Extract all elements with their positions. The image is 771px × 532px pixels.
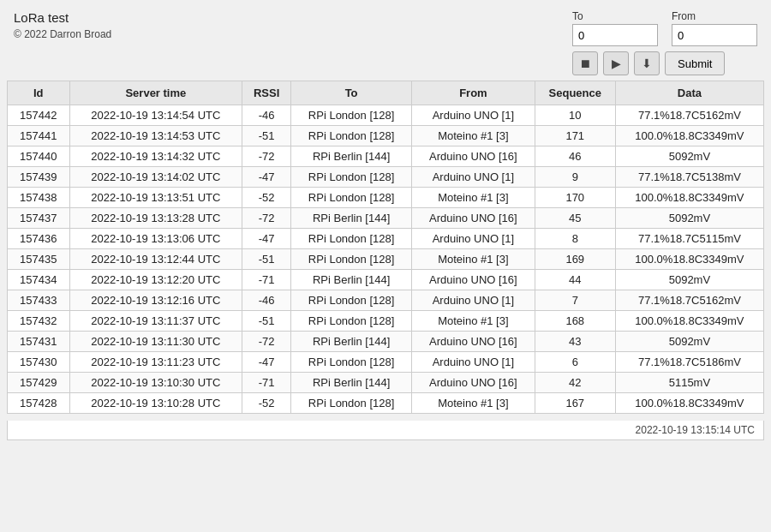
table-cell: Arduino UNO [16] bbox=[412, 373, 535, 393]
table-cell: 2022-10-19 13:13:06 UTC bbox=[69, 229, 242, 249]
table-cell: Moteino #1 [3] bbox=[412, 249, 535, 270]
table-cell: -52 bbox=[242, 188, 291, 208]
table-header: Id Server time RSSI To From Sequence Dat… bbox=[8, 81, 764, 105]
table-cell: 157439 bbox=[8, 167, 70, 188]
table-cell: -46 bbox=[242, 105, 291, 126]
header: LoRa test © 2022 Darron Broad To From ⏹ bbox=[0, 0, 771, 81]
table-cell: 5092mV bbox=[615, 208, 763, 229]
to-input[interactable] bbox=[572, 24, 658, 46]
table-cell: 2022-10-19 13:14:02 UTC bbox=[69, 167, 242, 188]
table-cell: Moteino #1 [3] bbox=[412, 126, 535, 146]
table-row: 1574352022-10-19 13:12:44 UTC-51RPi Lond… bbox=[8, 249, 764, 270]
footer-row: 2022-10-19 13:15:14 UTC bbox=[7, 421, 764, 440]
table-cell: 8 bbox=[535, 229, 615, 249]
table-cell: 157434 bbox=[8, 270, 70, 290]
play-button[interactable]: ▶ bbox=[603, 51, 629, 75]
stop-icon: ⏹ bbox=[579, 57, 591, 70]
from-label: From bbox=[672, 10, 757, 22]
table-cell: 2022-10-19 13:11:37 UTC bbox=[69, 311, 242, 332]
table-row: 1574412022-10-19 13:14:53 UTC-51RPi Lond… bbox=[8, 126, 764, 146]
submit-button[interactable]: Submit bbox=[665, 51, 725, 75]
table-cell: Arduino UNO [1] bbox=[412, 105, 535, 126]
app-copyright: © 2022 Darron Broad bbox=[14, 28, 111, 40]
table-cell: RPi Berlin [144] bbox=[291, 332, 412, 352]
table-cell: RPi London [128] bbox=[291, 290, 412, 311]
app-title: LoRa test bbox=[14, 10, 111, 25]
table-row: 1574302022-10-19 13:11:23 UTC-47RPi Lond… bbox=[8, 352, 764, 373]
table-cell: -47 bbox=[242, 352, 291, 373]
table-cell: 157441 bbox=[8, 126, 70, 146]
table-cell: Arduino UNO [16] bbox=[412, 146, 535, 167]
play-icon: ▶ bbox=[612, 57, 621, 70]
table-cell: 2022-10-19 13:14:53 UTC bbox=[69, 126, 242, 146]
table-cell: 157438 bbox=[8, 188, 70, 208]
table-cell: 2022-10-19 13:10:28 UTC bbox=[69, 393, 242, 414]
table-cell: 100.0%18.8C3349mV bbox=[615, 249, 763, 270]
table-cell: 157442 bbox=[8, 105, 70, 126]
table-wrapper: Id Server time RSSI To From Sequence Dat… bbox=[0, 81, 771, 421]
col-rssi: RSSI bbox=[242, 81, 291, 105]
table-cell: RPi Berlin [144] bbox=[291, 146, 412, 167]
col-server-time: Server time bbox=[69, 81, 242, 105]
footer-timestamp: 2022-10-19 13:15:14 UTC bbox=[636, 424, 755, 436]
col-from: From bbox=[412, 81, 535, 105]
controls-row: ⏹ ▶ ⬇ Submit bbox=[572, 51, 725, 75]
table-cell: 2022-10-19 13:13:51 UTC bbox=[69, 188, 242, 208]
table-row: 1574322022-10-19 13:11:37 UTC-51RPi Lond… bbox=[8, 311, 764, 332]
table-cell: 157437 bbox=[8, 208, 70, 229]
to-label: To bbox=[572, 10, 658, 22]
table-cell: 10 bbox=[535, 105, 615, 126]
from-input[interactable] bbox=[672, 24, 757, 46]
stop-button[interactable]: ⏹ bbox=[572, 51, 598, 75]
table-cell: 100.0%18.8C3349mV bbox=[615, 311, 763, 332]
table-cell: 43 bbox=[535, 332, 615, 352]
table-cell: 100.0%18.8C3349mV bbox=[615, 188, 763, 208]
table-cell: -72 bbox=[242, 208, 291, 229]
table-cell: 5115mV bbox=[615, 373, 763, 393]
table-cell: -71 bbox=[242, 270, 291, 290]
table-cell: 46 bbox=[535, 146, 615, 167]
table-cell: 157428 bbox=[8, 393, 70, 414]
table-cell: 157436 bbox=[8, 229, 70, 249]
table-cell: Arduino UNO [16] bbox=[412, 332, 535, 352]
table-cell: -46 bbox=[242, 290, 291, 311]
table-cell: RPi London [128] bbox=[291, 229, 412, 249]
table-cell: Arduino UNO [1] bbox=[412, 290, 535, 311]
table-cell: 157430 bbox=[8, 352, 70, 373]
table-cell: 2022-10-19 13:11:23 UTC bbox=[69, 352, 242, 373]
table-cell: RPi London [128] bbox=[291, 393, 412, 414]
table-cell: 2022-10-19 13:10:30 UTC bbox=[69, 373, 242, 393]
table-cell: 100.0%18.8C3349mV bbox=[615, 393, 763, 414]
table-cell: RPi London [128] bbox=[291, 126, 412, 146]
table-body: 1574422022-10-19 13:14:54 UTC-46RPi Lond… bbox=[8, 105, 764, 414]
table-cell: RPi London [128] bbox=[291, 352, 412, 373]
table-cell: 7 bbox=[535, 290, 615, 311]
table-cell: 157431 bbox=[8, 332, 70, 352]
table-row: 1574312022-10-19 13:11:30 UTC-72RPi Berl… bbox=[8, 332, 764, 352]
data-table: Id Server time RSSI To From Sequence Dat… bbox=[7, 81, 764, 414]
table-cell: 2022-10-19 13:14:32 UTC bbox=[69, 146, 242, 167]
table-cell: RPi London [128] bbox=[291, 249, 412, 270]
table-row: 1574332022-10-19 13:12:16 UTC-46RPi Lond… bbox=[8, 290, 764, 311]
table-cell: 9 bbox=[535, 167, 615, 188]
table-cell: RPi Berlin [144] bbox=[291, 208, 412, 229]
table-cell: RPi London [128] bbox=[291, 105, 412, 126]
table-row: 1574282022-10-19 13:10:28 UTC-52RPi Lond… bbox=[8, 393, 764, 414]
table-cell: Arduino UNO [16] bbox=[412, 208, 535, 229]
table-cell: Arduino UNO [16] bbox=[412, 270, 535, 290]
from-filter-group: From bbox=[672, 10, 757, 46]
table-cell: -47 bbox=[242, 167, 291, 188]
table-cell: 2022-10-19 13:13:28 UTC bbox=[69, 208, 242, 229]
table-cell: 77.1%18.7C5162mV bbox=[615, 290, 763, 311]
table-cell: 5092mV bbox=[615, 270, 763, 290]
table-cell: 42 bbox=[535, 373, 615, 393]
table-cell: 157429 bbox=[8, 373, 70, 393]
table-cell: 171 bbox=[535, 126, 615, 146]
table-cell: 169 bbox=[535, 249, 615, 270]
download-button[interactable]: ⬇ bbox=[634, 51, 660, 75]
table-row: 1574362022-10-19 13:13:06 UTC-47RPi Lond… bbox=[8, 229, 764, 249]
table-row: 1574402022-10-19 13:14:32 UTC-72RPi Berl… bbox=[8, 146, 764, 167]
table-row: 1574382022-10-19 13:13:51 UTC-52RPi Lond… bbox=[8, 188, 764, 208]
table-cell: 2022-10-19 13:12:44 UTC bbox=[69, 249, 242, 270]
table-row: 1574422022-10-19 13:14:54 UTC-46RPi Lond… bbox=[8, 105, 764, 126]
